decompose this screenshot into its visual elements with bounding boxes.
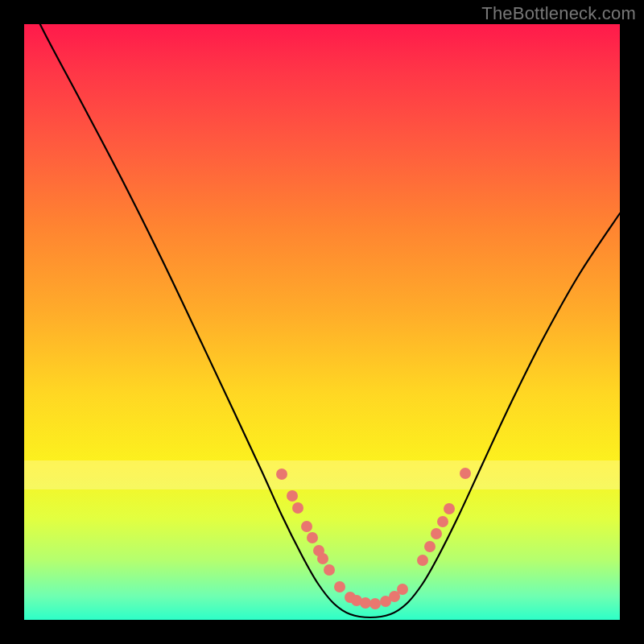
curve-marker: [431, 528, 442, 539]
curve-marker: [292, 502, 303, 514]
curve-marker: [276, 469, 287, 480]
curve-marker: [360, 597, 371, 609]
curve-marker: [424, 541, 436, 552]
chart-stage: TheBottleneck.com: [0, 0, 644, 644]
curve-marker: [324, 564, 335, 576]
curve-marker: [307, 532, 318, 543]
curve-marker: [334, 581, 345, 592]
bottleneck-curve: [24, 0, 620, 617]
curve-layer: [24, 24, 620, 620]
curve-marker: [444, 503, 455, 514]
curve-marker: [437, 516, 448, 527]
curve-marker: [369, 598, 381, 609]
curve-marker: [460, 468, 471, 479]
plot-area: [24, 24, 620, 620]
curve-marker: [317, 553, 328, 564]
watermark-text: TheBottleneck.com: [481, 3, 636, 24]
curve-marker: [301, 521, 312, 532]
curve-markers: [276, 468, 471, 609]
curve-marker: [397, 584, 408, 595]
curve-marker: [287, 490, 298, 502]
curve-marker: [417, 555, 428, 566]
